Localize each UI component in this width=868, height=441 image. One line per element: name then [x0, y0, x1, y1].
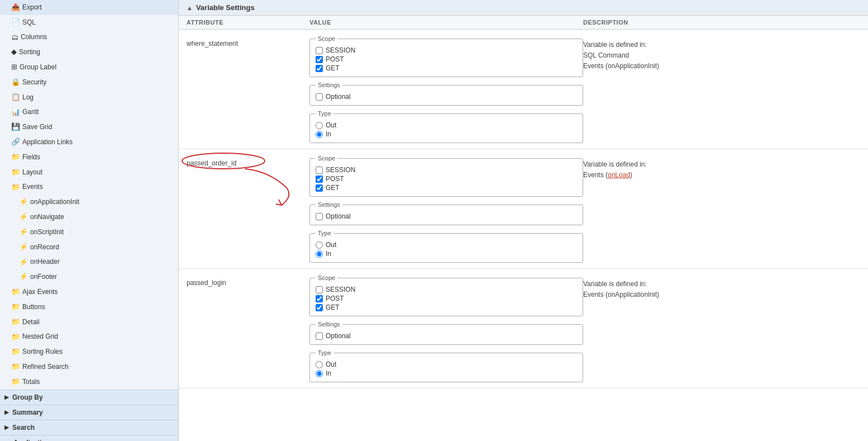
sidebar-item-export[interactable]: 📤 Export [0, 0, 178, 15]
scope-fieldset-1: Scope SESSION POST GET [309, 35, 583, 77]
desc-line2-3: Events (onApplicationInit) [583, 291, 659, 298]
type-in-radio-3[interactable] [316, 370, 323, 377]
scope-post-checkbox-2[interactable] [316, 176, 323, 183]
scope-fieldset-3: Scope SESSION POST GET [309, 274, 583, 316]
sidebar-item-save-grid[interactable]: 💾 Save Grid [0, 120, 178, 135]
sidebar-item-log[interactable]: 📋 Log [0, 90, 178, 105]
sidebar-item-nested-grid[interactable]: 📁 Nested Grid [0, 330, 178, 345]
sidebar-item-sorting-rules[interactable]: 📁 Sorting Rules [0, 344, 178, 359]
type-legend-2: Type [316, 230, 333, 236]
sidebar-item-label: Security [22, 77, 46, 88]
header-collapse-arrow[interactable]: ▲ [187, 4, 193, 11]
scope-post-label-1: POST [326, 55, 344, 63]
var-name-passed-login: passed_login [187, 274, 309, 287]
sidebar-item-fields[interactable]: 📁 Fields [0, 150, 178, 165]
log-icon: 📋 [3, 92, 20, 103]
search-arrow: ▶ [4, 424, 9, 430]
type-legend-3: Type [316, 349, 333, 356]
section-group-by[interactable]: ▶ Group By [0, 390, 178, 405]
sidebar-item-label: onRecord [30, 242, 59, 253]
sidebar-item-label: Sorting Rules [22, 347, 63, 357]
sidebar-item-ajax-events[interactable]: 📁 Ajax Events [0, 284, 178, 300]
col-value: VALUE [309, 19, 583, 26]
scope-post-row-2: POST [316, 175, 577, 183]
settings-legend-2: Settings [316, 201, 342, 208]
scope-session-checkbox-3[interactable] [316, 286, 323, 293]
sidebar-item-application-links[interactable]: 🔗 Application Links [0, 135, 178, 150]
section-label: Application [13, 439, 50, 441]
scope-session-checkbox-2[interactable] [316, 167, 323, 174]
sidebar-item-totals[interactable]: 📁 Totals [0, 374, 178, 390]
section-application[interactable]: ▼ Application [0, 435, 178, 441]
var-controls-passed-login: Scope SESSION POST GET Settings [309, 274, 583, 382]
settings-optional-checkbox-3[interactable] [316, 333, 323, 340]
settings-optional-checkbox-1[interactable] [316, 93, 323, 101]
section-search[interactable]: ▶ Search [0, 420, 178, 435]
type-in-radio-1[interactable] [316, 131, 323, 138]
ajax-icon: 📁 [3, 286, 20, 298]
type-out-row-3: Out [316, 361, 577, 368]
events-icon: 📁 [3, 182, 20, 193]
sidebar-item-label: onNavigate [30, 212, 64, 222]
type-out-radio-1[interactable] [316, 122, 323, 129]
scope-post-row-1: POST [316, 55, 577, 63]
sidebar-item-label: onApplicationInit [30, 197, 79, 207]
sidebar-item-label: Events [22, 182, 43, 192]
sidebar-item-gantt[interactable]: 📊 Gantt [0, 105, 178, 120]
type-in-radio-2[interactable] [316, 250, 323, 258]
settings-legend-1: Settings [316, 82, 342, 88]
sidebar-item-group-label[interactable]: ⊞ Group Label [0, 60, 178, 75]
group-label-icon: ⊞ [3, 61, 17, 73]
sidebar-item-events[interactable]: 📁 Events [0, 180, 178, 195]
sidebar-item-on-header[interactable]: ⚡ onHeader [0, 255, 178, 270]
scope-get-row-2: GET [316, 184, 577, 192]
sidebar-item-sql[interactable]: 📄 SQL [0, 15, 178, 30]
sidebar-item-on-app-init[interactable]: ⚡ onApplicationInit [0, 195, 178, 210]
sidebar-item-label: Refined Search [22, 362, 69, 372]
scope-get-checkbox-3[interactable] [316, 304, 323, 311]
lightning-icon: ⚡ [3, 226, 28, 238]
sidebar-item-label: Save Grid [22, 122, 52, 132]
sidebar-item-refined-search[interactable]: 📁 Refined Search [0, 359, 178, 374]
nested-grid-icon: 📁 [3, 331, 20, 343]
settings-optional-checkbox-2[interactable] [316, 213, 323, 220]
sidebar-item-layout[interactable]: 📁 Layout [0, 165, 178, 180]
sidebar-item-label: Columns [21, 32, 47, 42]
settings-fieldset-3: Settings Optional [309, 321, 583, 345]
type-in-row-1: In [316, 130, 577, 138]
scope-get-checkbox-1[interactable] [316, 65, 323, 72]
type-in-label-3: In [326, 369, 331, 377]
sidebar-item-on-footer[interactable]: ⚡ onFooter [0, 269, 178, 284]
scope-post-checkbox-3[interactable] [316, 295, 323, 302]
main-header: ▲ Variable Settings [179, 0, 868, 16]
sidebar-item-label: SQL [22, 17, 36, 28]
sidebar-item-detail[interactable]: 📁 Detail [0, 315, 178, 330]
export-icon: 📤 [3, 2, 20, 13]
scope-get-checkbox-2[interactable] [316, 184, 323, 192]
scope-post-checkbox-1[interactable] [316, 56, 323, 63]
sidebar-item-label: Export [22, 2, 42, 13]
sidebar-item-on-script-init[interactable]: ⚡ onScriptInit [0, 225, 178, 240]
settings-fieldset-2: Settings Optional [309, 201, 583, 225]
sidebar-item-columns[interactable]: 🗂 Columns [0, 30, 178, 45]
lightning-icon: ⚡ [3, 241, 28, 253]
scope-session-checkbox-1[interactable] [316, 47, 323, 54]
sidebar-item-sorting[interactable]: ◆ Sorting [0, 45, 178, 60]
page-title: Variable Settings [196, 3, 255, 12]
lock-icon: 🔒 [3, 77, 20, 88]
settings-optional-row-3: Optional [316, 332, 577, 340]
scope-session-row-2: SESSION [316, 166, 577, 174]
type-out-label-2: Out [326, 241, 336, 249]
sidebar-item-on-record[interactable]: ⚡ onRecord [0, 240, 178, 255]
settings-optional-row-1: Optional [316, 93, 577, 101]
type-out-radio-2[interactable] [316, 241, 323, 249]
section-summary[interactable]: ▶ Summary [0, 405, 178, 420]
sidebar-scroll[interactable]: 📤 Export 📄 SQL 🗂 Columns ◆ Sorting ⊞ Gro… [0, 0, 178, 441]
scope-post-label-3: POST [326, 295, 344, 302]
sidebar-item-on-navigate[interactable]: ⚡ onNavigate [0, 210, 178, 225]
onload-link[interactable]: onLoad [608, 171, 630, 179]
sidebar-item-security[interactable]: 🔒 Security [0, 75, 178, 90]
type-out-radio-3[interactable] [316, 361, 323, 368]
scope-session-label-3: SESSION [326, 286, 355, 293]
sidebar-item-buttons[interactable]: 📁 Buttons [0, 300, 178, 315]
